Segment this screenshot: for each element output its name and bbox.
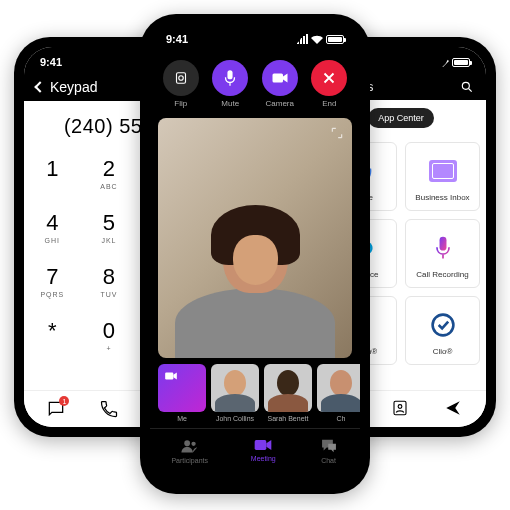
status-time: 9:41 bbox=[40, 56, 62, 68]
svg-point-14 bbox=[191, 442, 195, 446]
end-control[interactable]: End bbox=[311, 60, 347, 108]
key-0[interactable]: 0+ bbox=[81, 308, 138, 362]
camera-control[interactable]: Camera bbox=[262, 60, 298, 108]
svg-rect-11 bbox=[272, 74, 283, 83]
svg-point-13 bbox=[184, 440, 190, 446]
thumb-me[interactable]: Me bbox=[158, 364, 206, 422]
app-center-button[interactable]: App Center bbox=[368, 108, 434, 128]
svg-rect-15 bbox=[255, 440, 267, 450]
flip-control[interactable]: Flip bbox=[163, 60, 199, 108]
key-8[interactable]: 8TUV bbox=[81, 254, 138, 308]
status-icons bbox=[297, 34, 344, 44]
thumb-sarah[interactable]: Sarah Benett bbox=[264, 364, 312, 422]
key-1[interactable]: 1 bbox=[24, 146, 81, 200]
app-businessinbox[interactable]: Business Inbox bbox=[405, 142, 480, 211]
svg-rect-12 bbox=[165, 373, 173, 380]
chat-icon[interactable]: 1 bbox=[46, 399, 66, 419]
contacts-icon[interactable] bbox=[391, 399, 411, 419]
chat-badge: 1 bbox=[59, 396, 69, 406]
meeting-controls: FlipMuteCameraEnd bbox=[150, 50, 360, 118]
header-title: Keypad bbox=[50, 79, 97, 95]
thumb-john[interactable]: John Collins bbox=[211, 364, 259, 422]
back-icon[interactable] bbox=[34, 81, 45, 92]
svg-point-0 bbox=[462, 82, 469, 89]
calls-icon[interactable] bbox=[99, 399, 119, 419]
svg-rect-10 bbox=[228, 70, 233, 79]
tab-participants[interactable]: Participants bbox=[171, 437, 208, 464]
thumb-more[interactable]: Ch bbox=[317, 364, 360, 422]
svg-rect-3 bbox=[439, 237, 446, 251]
send-icon[interactable] bbox=[444, 399, 464, 419]
search-icon[interactable] bbox=[460, 80, 474, 94]
tab-chat[interactable]: Chat bbox=[319, 437, 339, 464]
app-callrecording[interactable]: Call Recording bbox=[405, 219, 480, 288]
mute-control[interactable]: Mute bbox=[212, 60, 248, 108]
status-time: 9:41 bbox=[166, 33, 188, 45]
app-clio[interactable]: Clio® bbox=[405, 296, 480, 365]
expand-icon[interactable] bbox=[330, 126, 344, 140]
svg-point-7 bbox=[398, 405, 402, 409]
phone-meeting: 9:41 FlipMuteCameraEnd MeJohn CollinsSar… bbox=[140, 14, 370, 494]
key-*[interactable]: * bbox=[24, 308, 81, 362]
meeting-nav: ParticipantsMeetingChat bbox=[150, 428, 360, 480]
tab-meeting[interactable]: Meeting bbox=[251, 437, 276, 464]
key-7[interactable]: 7PQRS bbox=[24, 254, 81, 308]
key-4[interactable]: 4GHI bbox=[24, 200, 81, 254]
key-2[interactable]: 2ABC bbox=[81, 146, 138, 200]
svg-point-9 bbox=[179, 76, 184, 81]
main-video[interactable] bbox=[158, 118, 352, 358]
svg-rect-8 bbox=[176, 73, 185, 84]
participant-thumbnails: MeJohn CollinsSarah BenettCh bbox=[150, 358, 360, 428]
key-5[interactable]: 5JKL bbox=[81, 200, 138, 254]
svg-point-5 bbox=[432, 315, 453, 336]
